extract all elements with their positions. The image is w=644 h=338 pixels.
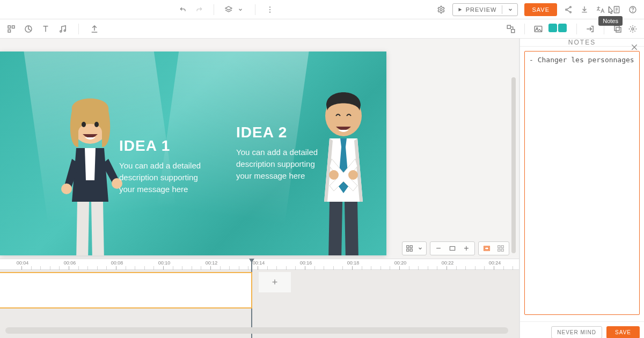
svg-point-29 xyxy=(329,170,339,180)
grid-dropdown[interactable] xyxy=(402,241,427,255)
separator xyxy=(78,24,79,34)
svg-rect-37 xyxy=(485,247,489,250)
download-icon[interactable] xyxy=(580,5,589,14)
top-toolbar: PREVIEW SAVE Notes xyxy=(0,0,644,19)
zoom-group: − + xyxy=(430,241,475,255)
svg-rect-31 xyxy=(407,246,409,248)
image-icon[interactable] xyxy=(533,24,543,34)
notes-save-button[interactable]: SAVE xyxy=(606,326,640,338)
never-mind-button[interactable]: NEVER MIND xyxy=(551,326,602,338)
svg-point-30 xyxy=(348,170,358,180)
share-icon[interactable] xyxy=(564,5,573,14)
separator xyxy=(576,24,577,34)
gear-icon[interactable] xyxy=(436,5,446,14)
add-clip-button[interactable]: + xyxy=(259,272,291,292)
svg-rect-38 xyxy=(498,246,500,248)
svg-rect-39 xyxy=(501,246,503,248)
notes-panel: NOTES NEVER MIND SAVE xyxy=(519,39,644,338)
svg-point-0 xyxy=(269,6,270,8)
svg-point-6 xyxy=(570,11,572,13)
svg-point-22 xyxy=(632,28,634,30)
color-swatches[interactable] xyxy=(548,24,568,34)
notes-title: NOTES xyxy=(568,39,596,46)
svg-point-14 xyxy=(60,31,62,32)
svg-point-4 xyxy=(570,6,572,8)
svg-rect-32 xyxy=(410,246,412,248)
svg-rect-11 xyxy=(12,26,15,28)
svg-rect-10 xyxy=(8,26,11,28)
canvas-controls: − + xyxy=(402,241,509,255)
horizontal-scrollbar[interactable] xyxy=(5,327,508,334)
main-area: IDEA 1 You can add a detailed descriptio… xyxy=(0,39,644,338)
save-button[interactable]: SAVE xyxy=(524,3,557,16)
text-block-idea1[interactable]: IDEA 1 You can add a detailed descriptio… xyxy=(119,137,205,195)
svg-rect-21 xyxy=(616,27,621,32)
svg-point-26 xyxy=(61,183,72,194)
separator xyxy=(214,4,214,15)
zoom-fit-icon[interactable] xyxy=(448,244,457,253)
layers-icon[interactable] xyxy=(224,5,233,14)
svg-rect-33 xyxy=(407,249,409,251)
view-single-icon[interactable] xyxy=(482,244,492,253)
upload-icon[interactable] xyxy=(90,24,99,34)
separator xyxy=(524,24,525,34)
select-icon[interactable] xyxy=(6,24,16,34)
vertical-scrollbar[interactable] xyxy=(511,77,516,253)
svg-rect-41 xyxy=(501,249,503,251)
svg-rect-17 xyxy=(511,29,515,32)
enter-icon[interactable] xyxy=(586,24,595,34)
idea2-body: You can add a detailed description suppo… xyxy=(236,146,322,181)
view-mode-group xyxy=(478,241,509,255)
svg-rect-35 xyxy=(450,247,455,251)
zoom-in-icon[interactable]: + xyxy=(462,244,471,253)
tooltip-notes: Notes xyxy=(598,16,623,26)
svg-rect-20 xyxy=(614,26,619,31)
redo-icon[interactable] xyxy=(194,5,204,14)
help-icon[interactable] xyxy=(628,5,638,14)
svg-point-25 xyxy=(94,122,99,127)
music-icon[interactable] xyxy=(58,24,68,34)
notes-textarea[interactable] xyxy=(524,51,640,315)
mouse-cursor xyxy=(606,5,616,17)
svg-rect-40 xyxy=(498,249,500,251)
svg-point-1 xyxy=(269,9,270,10)
svg-rect-16 xyxy=(507,25,510,28)
notes-body xyxy=(520,47,644,321)
undo-icon[interactable] xyxy=(178,5,188,14)
toolbar-right: PREVIEW SAVE Notes xyxy=(436,3,638,16)
preview-button[interactable]: PREVIEW xyxy=(452,3,518,16)
text-icon[interactable] xyxy=(41,24,50,34)
close-icon[interactable] xyxy=(630,43,639,52)
timeline-ruler[interactable]: 00:0400:0600:0800:1000:1200:1400:1600:18… xyxy=(0,259,519,270)
svg-point-2 xyxy=(269,11,270,12)
timeline: 00:0400:0600:0800:1000:1200:1400:1600:18… xyxy=(0,259,519,338)
idea1-body: You can add a detailed description suppo… xyxy=(119,160,205,195)
canvas-container: IDEA 1 You can add a detailed descriptio… xyxy=(0,52,386,255)
chart-icon[interactable] xyxy=(24,24,33,34)
view-grid-icon[interactable] xyxy=(496,244,506,253)
notes-header: NOTES xyxy=(520,39,644,47)
svg-point-5 xyxy=(566,9,567,10)
character-woman[interactable] xyxy=(53,84,128,255)
zoom-out-icon[interactable]: − xyxy=(434,244,443,253)
timeline-clip[interactable] xyxy=(0,272,252,308)
secondary-toolbar xyxy=(0,19,644,39)
preview-label: PREVIEW xyxy=(466,6,497,13)
editor-stage: IDEA 1 You can add a detailed descriptio… xyxy=(0,39,519,338)
idea1-title: IDEA 1 xyxy=(119,137,205,155)
text-block-idea2[interactable]: IDEA 2 You can add a detailed descriptio… xyxy=(236,124,322,181)
separator xyxy=(255,4,255,15)
more-icon[interactable] xyxy=(265,5,275,14)
group-icon[interactable] xyxy=(506,24,516,34)
svg-point-15 xyxy=(64,30,65,31)
settings2-icon[interactable] xyxy=(628,24,638,34)
notes-footer: NEVER MIND SAVE xyxy=(520,321,644,338)
idea2-title: IDEA 2 xyxy=(236,124,322,141)
svg-rect-12 xyxy=(8,30,11,32)
svg-rect-34 xyxy=(410,249,412,251)
toolbar-center xyxy=(178,4,275,15)
chevron-down-icon[interactable] xyxy=(236,5,245,14)
svg-point-9 xyxy=(633,11,633,12)
slide-canvas[interactable]: IDEA 1 You can add a detailed descriptio… xyxy=(0,52,386,255)
translate-icon[interactable] xyxy=(596,5,605,14)
